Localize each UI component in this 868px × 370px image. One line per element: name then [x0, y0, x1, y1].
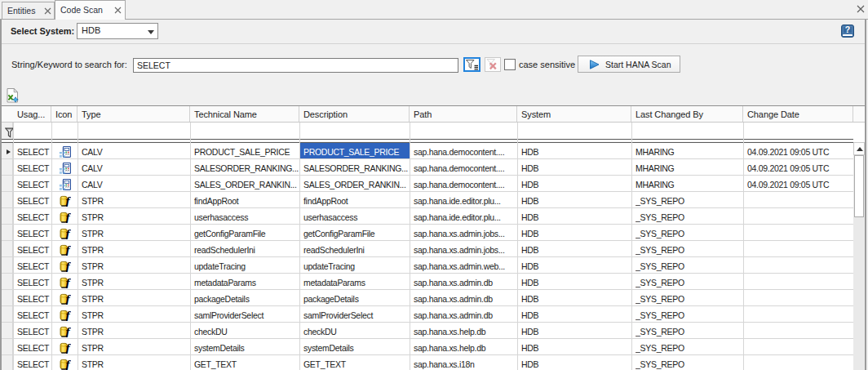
svg-text:f: f: [65, 293, 71, 305]
svg-text:?: ?: [845, 25, 850, 34]
svg-text:f: f: [65, 212, 71, 223]
svg-text:f: f: [65, 326, 71, 337]
svg-text:f: f: [65, 342, 71, 354]
svg-text:f: f: [65, 310, 71, 321]
svg-text:f: f: [65, 277, 71, 288]
svg-text:f: f: [65, 195, 71, 207]
svg-text:f: f: [65, 244, 71, 256]
svg-text:f: f: [65, 359, 71, 370]
svg-text:f: f: [65, 228, 71, 239]
svg-text:f: f: [65, 261, 71, 272]
